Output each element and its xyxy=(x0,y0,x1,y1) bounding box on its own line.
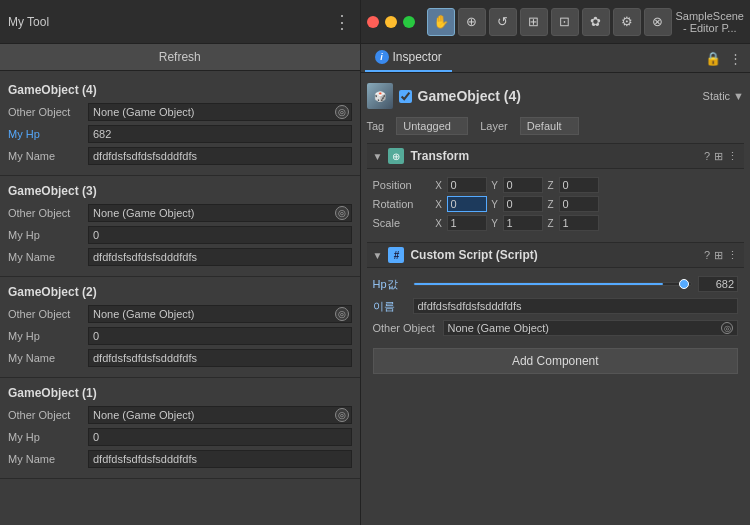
go-field-value: dfdfdsfsdfdsfsdddfdfs xyxy=(88,450,352,468)
hp-value-input[interactable] xyxy=(698,276,738,292)
layer-select[interactable]: Default xyxy=(520,117,579,135)
go-field-label: Other Object xyxy=(8,106,88,118)
go-field-row: My Namedfdfdsfsdfdsfsdddfdfs xyxy=(8,246,352,268)
object-picker-btn[interactable]: ◎ xyxy=(335,307,349,321)
right-panel: ✋⊕↺⊞⊡✿⚙⊗ SampleScene - Editor P... i Ins… xyxy=(361,0,751,525)
inspector-body: 🎲 GameObject (4) Static ▼ Tag Untagged L… xyxy=(361,73,751,525)
position-fields: X Y Z xyxy=(433,177,739,193)
go-field-value: None (Game Object)◎ xyxy=(88,204,352,222)
script-more-icon[interactable]: ⋮ xyxy=(727,249,738,262)
object-picker-btn[interactable]: ◎ xyxy=(335,408,349,422)
scale-tool-button[interactable]: ⊡ xyxy=(551,8,579,36)
layer-label: Layer xyxy=(480,120,508,132)
go-field-row: Other ObjectNone (Game Object)◎ xyxy=(8,404,352,426)
hp-slider-container[interactable] xyxy=(413,277,693,291)
go-field-label: Other Object xyxy=(8,308,88,320)
transform-arrow[interactable]: ▼ xyxy=(373,151,383,162)
sz-axis-label: Z xyxy=(545,218,557,229)
go-field-row: My Hp0 xyxy=(8,224,352,246)
rotation-z[interactable] xyxy=(559,196,599,212)
go-field-text: 0 xyxy=(93,229,99,241)
transform-help-icon[interactable]: ? xyxy=(704,150,710,163)
scale-z[interactable] xyxy=(559,215,599,231)
hp-slider-track xyxy=(413,282,693,286)
window-close-button[interactable] xyxy=(367,16,379,28)
rotation-y[interactable] xyxy=(503,196,543,212)
go-field-value: 0 xyxy=(88,428,352,446)
go-section-title[interactable]: GameObject (3) xyxy=(8,180,352,202)
left-panel: My Tool ⋮ Refresh GameObject (4)Other Ob… xyxy=(0,0,361,525)
window-maximize-button[interactable] xyxy=(403,16,415,28)
position-z[interactable] xyxy=(559,177,599,193)
name-value-input[interactable] xyxy=(413,298,739,314)
rotate-tool-button[interactable]: ↺ xyxy=(489,8,517,36)
extra-tool-button[interactable]: ⊗ xyxy=(644,8,672,36)
more-options-icon[interactable]: ⋮ xyxy=(333,11,352,33)
go-field-row: My Hp682 xyxy=(8,123,352,145)
add-component-button[interactable]: Add Component xyxy=(373,348,739,374)
go-field-text: None (Game Object) xyxy=(93,308,194,320)
tag-select[interactable]: Untagged xyxy=(396,117,468,135)
go-section-title[interactable]: GameObject (4) xyxy=(8,79,352,101)
hand-tool-button[interactable]: ✋ xyxy=(427,8,455,36)
transform-icon: ⊕ xyxy=(388,148,404,164)
hp-slider-thumb[interactable] xyxy=(679,279,689,289)
lock-icon[interactable]: 🔒 xyxy=(705,51,721,66)
go-field-label: My Name xyxy=(8,352,88,364)
object-picker-btn[interactable]: ◎ xyxy=(335,105,349,119)
move-tool-button[interactable]: ⊕ xyxy=(458,8,486,36)
go-field-label: My Name xyxy=(8,453,88,465)
rotation-fields: X Y Z xyxy=(433,196,739,212)
go-field-value: None (Game Object)◎ xyxy=(88,305,352,323)
info-icon: i xyxy=(375,50,389,64)
custom-script-header: ▼ # Custom Script (Script) ? ⊞ ⋮ xyxy=(367,242,745,268)
transform-actions: ? ⊞ ⋮ xyxy=(704,150,738,163)
go-field-label: My Name xyxy=(8,251,88,263)
go-section-title[interactable]: GameObject (2) xyxy=(8,281,352,303)
transform-more-icon[interactable]: ⋮ xyxy=(727,150,738,163)
go-field-text: 0 xyxy=(93,330,99,342)
rotation-x[interactable] xyxy=(447,196,487,212)
transform-settings-icon[interactable]: ⊞ xyxy=(714,150,723,163)
hp-slider-fill xyxy=(414,283,664,285)
more-icon[interactable]: ⋮ xyxy=(729,51,742,66)
rect-tool-button[interactable]: ⊞ xyxy=(520,8,548,36)
go-field-text: 0 xyxy=(93,431,99,443)
position-y[interactable] xyxy=(503,177,543,193)
go-field-text: dfdfdsfsdfdsfsdddfdfs xyxy=(93,352,197,364)
other-object-picker-btn[interactable]: ◎ xyxy=(721,322,733,334)
scale-fields: X Y Z xyxy=(433,215,739,231)
object-picker-btn[interactable]: ◎ xyxy=(335,206,349,220)
position-x[interactable] xyxy=(447,177,487,193)
go-field-text: dfdfdsfsdfdsfsdddfdfs xyxy=(93,150,197,162)
go-field-text: dfdfdsfsdfdsfsdddfdfs xyxy=(93,251,197,263)
scale-y[interactable] xyxy=(503,215,543,231)
static-toggle: Static ▼ xyxy=(703,90,744,102)
script-help-icon[interactable]: ? xyxy=(704,249,710,262)
window-minimize-button[interactable] xyxy=(385,16,397,28)
go-field-value: 682 xyxy=(88,125,352,143)
go-field-label: My Hp xyxy=(8,330,88,342)
static-chevron[interactable]: ▼ xyxy=(733,90,744,102)
tab-inspector[interactable]: i Inspector xyxy=(365,44,452,72)
inspector-actions: 🔒 ⋮ xyxy=(705,51,746,66)
script-settings-icon[interactable]: ⊞ xyxy=(714,249,723,262)
settings-tool-button[interactable]: ⚙ xyxy=(613,8,641,36)
go-field-text: 682 xyxy=(93,128,111,140)
inspector-tabs: i Inspector 🔒 ⋮ xyxy=(361,44,751,73)
other-object-value: None (Game Object) ◎ xyxy=(443,320,739,336)
app-title: My Tool xyxy=(8,15,49,29)
name-label: 이름 xyxy=(373,299,413,314)
go-section: GameObject (1)Other ObjectNone (Game Obj… xyxy=(0,378,360,479)
go-field-value: dfdfdsfsdfdsfsdddfdfs xyxy=(88,248,352,266)
sy-axis-label: Y xyxy=(489,218,501,229)
scale-x[interactable] xyxy=(447,215,487,231)
go-section-title[interactable]: GameObject (1) xyxy=(8,382,352,404)
other-object-label: Other Object xyxy=(373,322,443,334)
transform-tool-button[interactable]: ✿ xyxy=(582,8,610,36)
refresh-button[interactable]: Refresh xyxy=(0,44,360,71)
window-title: SampleScene - Editor P... xyxy=(676,10,745,34)
go-active-checkbox[interactable] xyxy=(399,90,412,103)
rotation-row: Rotation X Y Z xyxy=(373,196,739,212)
script-arrow[interactable]: ▼ xyxy=(373,250,383,261)
